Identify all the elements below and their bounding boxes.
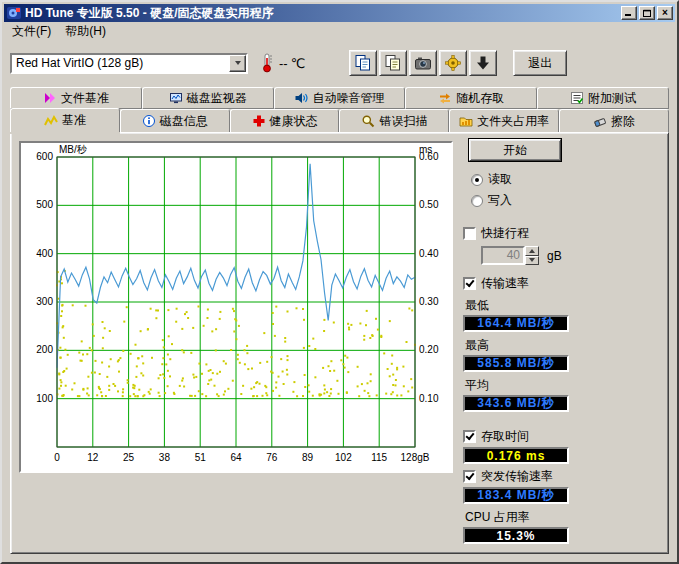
camera-icon	[414, 54, 432, 72]
spinner-unit-label: gB	[547, 249, 562, 263]
svg-text:200: 200	[36, 344, 53, 355]
spinner-down-button[interactable]	[525, 256, 539, 266]
max-label: 最高	[465, 337, 673, 354]
burst-rate-checkbox[interactable]: 突发传输速率	[463, 468, 673, 485]
error-scan-icon	[361, 114, 375, 128]
tab-disk-monitor[interactable]: 磁盘监视器	[142, 87, 274, 109]
min-label: 最低	[465, 297, 673, 314]
tools-button[interactable]	[439, 50, 467, 76]
avg-label: 平均	[465, 377, 673, 394]
benchmark-icon	[44, 114, 58, 128]
drive-select[interactable]: Red Hat VirtIO (128 gB)	[10, 53, 248, 74]
menu-bar: 文件(F) 帮助(H)	[4, 22, 675, 41]
start-button[interactable]: 开始	[469, 139, 561, 161]
tab-error-scan[interactable]: 错误扫描	[339, 109, 449, 132]
menu-file[interactable]: 文件(F)	[5, 21, 58, 42]
benchmark-chart: MB/秒ms1000.102000.203000.304000.405000.5…	[19, 141, 453, 473]
radio-unselected-icon	[471, 195, 483, 207]
tab-random-access[interactable]: 随机存取	[405, 87, 537, 109]
spinner-up-button[interactable]	[525, 246, 539, 256]
tab-strip: 文件基准 磁盘监视器 自动噪音管理 随机存取 附加测试 基准	[10, 87, 669, 132]
svg-text:MB/秒: MB/秒	[59, 144, 88, 155]
svg-text:0.30: 0.30	[419, 296, 439, 307]
svg-text:38: 38	[159, 452, 171, 463]
erase-icon	[593, 114, 607, 128]
svg-text:0.60: 0.60	[419, 151, 439, 162]
short-stroke-size-spinner[interactable]: 40	[481, 246, 539, 265]
tab-benchmark[interactable]: 基准	[10, 108, 120, 132]
minimize-button[interactable]	[621, 6, 637, 20]
checkbox-checked-icon	[463, 430, 476, 443]
svg-text:64: 64	[230, 452, 242, 463]
close-button[interactable]: ×	[657, 6, 673, 20]
random-access-icon	[438, 91, 452, 105]
svg-text:89: 89	[302, 452, 314, 463]
spinner-value: 40	[481, 246, 525, 265]
disk-info-icon	[142, 114, 156, 128]
temperature-value: --	[279, 56, 288, 71]
read-radio[interactable]: 读取	[471, 171, 673, 188]
svg-text:0: 0	[54, 452, 60, 463]
radio-selected-icon	[471, 174, 483, 186]
svg-text:0.50: 0.50	[419, 199, 439, 210]
menu-help[interactable]: 帮助(H)	[58, 21, 113, 42]
copy-info-icon	[384, 54, 402, 72]
save-results-icon	[474, 54, 492, 72]
svg-text:51: 51	[195, 452, 207, 463]
disk-monitor-icon	[169, 91, 183, 105]
save-results-button[interactable]	[469, 50, 497, 76]
checkbox-unchecked-icon	[463, 227, 476, 240]
avg-speed-display: 343.6 MB/秒	[463, 395, 569, 412]
tools-icon	[444, 54, 462, 72]
min-speed-display: 164.4 MB/秒	[463, 315, 569, 332]
svg-text:76: 76	[266, 452, 278, 463]
app-window: HD Tune 专业版 5.50 - 硬盘/固态硬盘实用程序 × 文件(F) 帮…	[0, 0, 679, 564]
short-stroke-size-row: 40 gB	[481, 246, 673, 265]
svg-text:0.40: 0.40	[419, 248, 439, 259]
title-bar: HD Tune 专业版 5.50 - 硬盘/固态硬盘实用程序 ×	[4, 4, 675, 22]
file-benchmark-icon	[43, 91, 57, 105]
tab-file-benchmark[interactable]: 文件基准	[10, 87, 142, 109]
checkbox-checked-icon	[463, 277, 476, 290]
folder-usage-icon	[459, 114, 473, 128]
copy-screen-button[interactable]	[349, 50, 377, 76]
max-speed-display: 585.8 MB/秒	[463, 355, 569, 372]
toolbar-buttons	[349, 50, 497, 76]
svg-text:115: 115	[371, 452, 387, 463]
transfer-rate-checkbox[interactable]: 传输速率	[463, 275, 673, 292]
window-title: HD Tune 专业版 5.50 - 硬盘/固态硬盘实用程序	[25, 5, 619, 22]
svg-text:0.10: 0.10	[419, 393, 439, 404]
tab-extra-tests[interactable]: 附加测试	[537, 87, 669, 109]
svg-text:400: 400	[36, 248, 53, 259]
chevron-down-icon[interactable]	[229, 55, 246, 72]
svg-text:100: 100	[36, 393, 53, 404]
app-icon	[6, 5, 22, 21]
svg-text:300: 300	[36, 296, 53, 307]
temperature-readout: -- ℃	[258, 52, 305, 74]
tab-erase[interactable]: 擦除	[559, 109, 669, 132]
copy-screen-icon	[354, 54, 372, 72]
access-time-checkbox[interactable]: 存取时间	[463, 428, 673, 445]
controls-panel: 开始 读取 写入 快捷行程 40	[461, 137, 673, 547]
svg-text:25: 25	[123, 452, 135, 463]
drive-select-value: Red Hat VirtIO (128 gB)	[12, 56, 229, 70]
short-stroke-checkbox[interactable]: 快捷行程	[463, 225, 673, 242]
extra-tests-icon	[570, 91, 584, 105]
tab-health[interactable]: 健康状态	[230, 109, 340, 132]
tab-folder-usage[interactable]: 文件夹占用率	[449, 109, 559, 132]
write-radio[interactable]: 写入	[471, 192, 673, 209]
burst-rate-display: 183.4 MB/秒	[463, 487, 569, 504]
copy-info-button[interactable]	[379, 50, 407, 76]
cpu-usage-label: CPU 占用率	[465, 509, 673, 526]
svg-text:128gB: 128gB	[401, 452, 430, 463]
tab-disk-info[interactable]: 磁盘信息	[120, 109, 230, 132]
maximize-button[interactable]	[639, 6, 655, 20]
svg-text:500: 500	[36, 199, 53, 210]
checkbox-checked-icon	[463, 470, 476, 483]
svg-text:600: 600	[36, 151, 53, 162]
screenshot-button[interactable]	[409, 50, 437, 76]
tab-noise-management[interactable]: 自动噪音管理	[274, 87, 406, 109]
svg-text:102: 102	[335, 452, 352, 463]
exit-button[interactable]: 退出	[513, 50, 567, 76]
svg-text:12: 12	[87, 452, 99, 463]
